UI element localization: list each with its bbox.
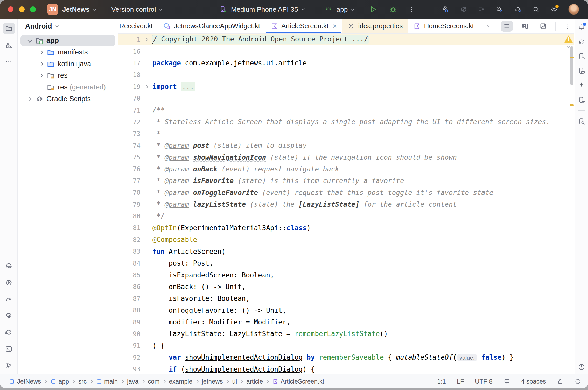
profiler-gauge-button[interactable]	[3, 294, 15, 305]
fold-toggle[interactable]	[141, 38, 152, 41]
breadcrumb-item-jetnews[interactable]: jetnews	[202, 378, 223, 385]
tree-item-app[interactable]: app	[20, 35, 115, 46]
breadcrumb-item-article[interactable]: article	[246, 378, 263, 385]
chevron-down-button[interactable]	[483, 21, 495, 32]
code-line-16[interactable]: 16	[118, 45, 574, 57]
project-view-selector[interactable]: Android	[18, 19, 118, 34]
more-run-options-icon[interactable]	[408, 5, 416, 13]
status-widget[interactable]: 4 spaces	[521, 378, 546, 385]
breadcrumb-item-java[interactable]: java	[127, 378, 138, 385]
history-icon[interactable]	[478, 5, 485, 13]
code-line-19[interactable]: 19import ...	[118, 81, 574, 93]
build-icon[interactable]	[441, 5, 449, 13]
close-icon[interactable]: ×	[333, 23, 337, 30]
code-line-90[interactable]: 90 lazyListState: LazyListState = rememb…	[118, 328, 574, 340]
redo-icon[interactable]	[459, 5, 467, 13]
terminal-button[interactable]	[3, 343, 15, 355]
device-explorer-icon[interactable]	[578, 117, 585, 125]
more-horizontal-button[interactable]	[3, 56, 15, 67]
project-selector[interactable]: JetNews	[58, 5, 96, 13]
tab-articlescreen-kt[interactable]: ArticleScreen.kt×	[265, 19, 342, 33]
status-widget[interactable]: 1:1	[437, 378, 446, 385]
tree-item-manifests[interactable]: manifests	[20, 46, 115, 58]
user-avatar[interactable]	[568, 4, 579, 15]
version-control-menu[interactable]: Version control	[107, 5, 162, 13]
gradle-sync-icon[interactable]	[514, 5, 522, 13]
more-vertical-button[interactable]	[562, 21, 574, 32]
split-preview-button[interactable]	[519, 21, 531, 32]
breadcrumb-item-ui[interactable]: ui	[232, 378, 237, 385]
code-line-84[interactable]: 84 post: Post,	[118, 257, 574, 269]
tree-item-gradle-scripts[interactable]: Gradle Scripts	[20, 93, 115, 105]
git-branch-button[interactable]	[3, 360, 15, 371]
code-line-82[interactable]: 82@Composable	[118, 234, 574, 246]
app-quality-insights-button[interactable]	[3, 310, 15, 322]
tab-overflow[interactable]	[479, 19, 483, 33]
tree-chevron[interactable]	[25, 39, 34, 42]
status-widget[interactable]: LF	[457, 378, 464, 385]
code-line-79[interactable]: 79 * @param lazyListState (state) the [L…	[118, 198, 574, 210]
gradle-elephant-icon[interactable]	[578, 38, 585, 46]
tree-chevron[interactable]	[37, 86, 45, 89]
inspection-widget-widget[interactable]	[503, 378, 510, 385]
minimize-window-button[interactable]	[19, 6, 25, 12]
code-line-87[interactable]: 87 isFavorite: Boolean,	[118, 293, 574, 304]
code-line-74[interactable]: 74 * @param post (state) item to display	[118, 140, 574, 151]
project-folder-button[interactable]	[3, 23, 15, 34]
tree-chevron[interactable]	[25, 97, 34, 100]
breadcrumb-item-src[interactable]: src	[78, 378, 87, 385]
device-selector[interactable]: Medium Phone API 35	[219, 5, 304, 13]
resource-manager-button[interactable]	[3, 39, 15, 51]
breadcrumb-item-jetnews[interactable]: JetNews	[9, 378, 41, 385]
code-line-80[interactable]: 80 */	[118, 210, 574, 222]
hexagon-play-button[interactable]	[3, 277, 15, 288]
code-line-92[interactable]: 92 var showUnimplementedActionDialog by …	[118, 352, 574, 363]
code-line-86[interactable]: 86 onBack: () -> Unit,	[118, 281, 574, 292]
code-line-70[interactable]: 70	[118, 93, 574, 104]
code-line-81[interactable]: 81@OptIn(ExperimentalMaterial3Api::class…	[118, 222, 574, 234]
code-line-75[interactable]: 75 * @param showNavigationIcon (state) i…	[118, 151, 574, 163]
search-icon[interactable]	[532, 5, 540, 13]
tab-receiver-kt[interactable]: Receiver.kt	[118, 19, 158, 33]
inspections-widget[interactable]	[564, 35, 573, 47]
tree-chevron[interactable]	[37, 62, 45, 65]
run-button[interactable]	[368, 5, 377, 14]
unlocked-widget[interactable]	[557, 378, 564, 385]
code-line-72[interactable]: 72 * Stateless Article Screen that displ…	[118, 116, 574, 128]
breadcrumb-item-articlescreen-kt[interactable]: ArticleScreen.kt	[272, 378, 324, 385]
breadcrumb-item-example[interactable]: example	[169, 378, 192, 385]
tree-chevron[interactable]	[37, 51, 45, 54]
incognito-button[interactable]	[3, 260, 15, 272]
code-line-88[interactable]: 88 onToggleFavorite: () -> Unit,	[118, 304, 574, 316]
scrollbar-warning-mark[interactable]	[570, 104, 574, 106]
tab-homescreens-kt[interactable]: HomeScreens.kt	[408, 19, 479, 33]
menu-lines-button[interactable]	[501, 21, 513, 32]
code-line-17[interactable]: 17package com.example.jetnews.ui.article	[118, 57, 574, 69]
status-widget[interactable]: UTF-8	[475, 378, 493, 385]
maximize-window-button[interactable]	[30, 6, 36, 12]
gemini-star-icon[interactable]	[578, 81, 585, 89]
code-line-91[interactable]: 91) {	[118, 340, 574, 351]
problems-icon[interactable]	[578, 363, 585, 371]
code-line-89[interactable]: 89 modifier: Modifier = Modifier,	[118, 316, 574, 328]
tree-chevron[interactable]	[37, 74, 45, 77]
tree-item-kotlin-java[interactable]: kotlin+java	[20, 58, 115, 70]
breadcrumb-item-com[interactable]: com	[148, 378, 159, 385]
fold-toggle[interactable]	[141, 86, 152, 88]
code-line-71[interactable]: 71/**	[118, 104, 574, 116]
code-editor[interactable]: 1/ Copyright 2020 The Android Open Sourc…	[118, 34, 574, 374]
device-mirror-icon[interactable]	[578, 96, 585, 104]
debug-attach-icon[interactable]	[496, 5, 503, 13]
tree-item-res[interactable]: res	[20, 70, 115, 81]
settings-icon-wrapper[interactable]	[550, 5, 558, 13]
code-line-76[interactable]: 76 * @param onBack (event) request navig…	[118, 163, 574, 175]
breadcrumb-item-app[interactable]: app	[50, 378, 69, 385]
image-button[interactable]	[537, 21, 549, 32]
device-manager-icon[interactable]	[578, 52, 585, 60]
scrollbar-thumb[interactable]	[570, 46, 573, 85]
scrollbar-warning-mark[interactable]	[570, 57, 574, 58]
code-line-18[interactable]: 18	[118, 69, 574, 81]
code-line-83[interactable]: 83fun ArticleScreen(	[118, 246, 574, 257]
tab-jetnewsglanceappwidget-kt[interactable]: JetnewsGlanceAppWidget.kt	[158, 19, 265, 33]
code-line-85[interactable]: 85 isExpandedScreen: Boolean,	[118, 269, 574, 281]
